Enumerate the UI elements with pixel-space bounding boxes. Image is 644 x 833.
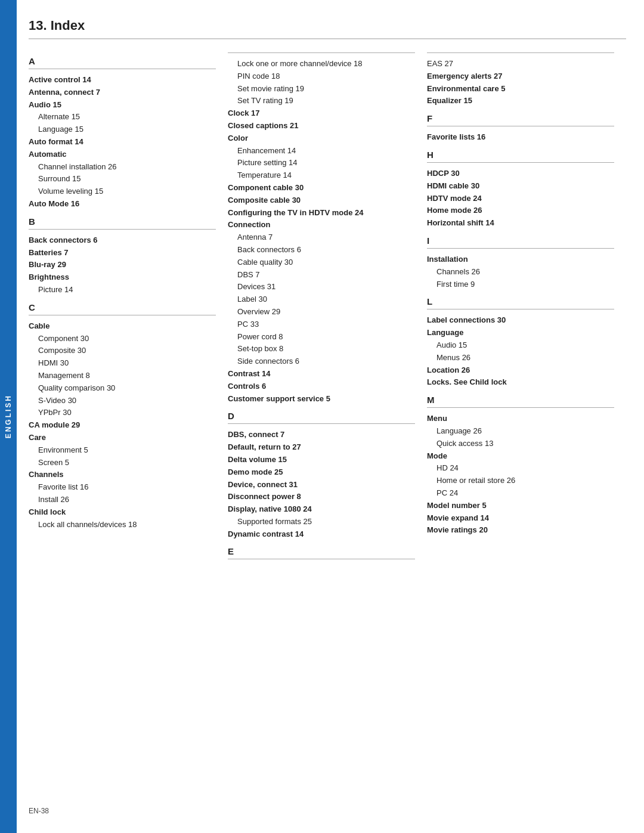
index-entry: Back connectors 6 bbox=[29, 234, 216, 247]
columns-wrapper: AActive control 14Antenna, connect 7Audi… bbox=[29, 44, 626, 795]
index-entry: Active control 14 bbox=[29, 74, 216, 86]
index-entry: Install 26 bbox=[29, 494, 216, 506]
index-entry: Set movie rating 19 bbox=[228, 83, 415, 95]
section-divider bbox=[427, 52, 614, 53]
index-entry: Display, native 1080 24 bbox=[228, 503, 415, 516]
index-entry: YPbPr 30 bbox=[29, 407, 216, 419]
index-entry: Cable bbox=[29, 320, 216, 333]
index-entry: HDCP 30 bbox=[427, 168, 614, 180]
index-entry: Language bbox=[427, 327, 614, 339]
index-entry: Customer support service 5 bbox=[228, 393, 415, 405]
index-entry: Composite cable 30 bbox=[228, 194, 415, 207]
section-divider bbox=[427, 162, 614, 163]
index-entry: Color bbox=[228, 132, 415, 145]
index-entry: PC 33 bbox=[228, 318, 415, 331]
index-entry: Home or retail store 26 bbox=[427, 475, 614, 487]
index-entry: Volume leveling 15 bbox=[29, 185, 216, 198]
index-entry: Menu bbox=[427, 413, 614, 425]
index-entry: Back connectors 6 bbox=[228, 244, 415, 256]
index-entry: Menus 26 bbox=[427, 352, 614, 364]
index-entry: HDTV mode 24 bbox=[427, 193, 614, 205]
index-entry: Picture setting 14 bbox=[228, 157, 415, 169]
index-entry: Channels 26 bbox=[427, 266, 614, 278]
index-entry: Automatic bbox=[29, 148, 216, 161]
index-entry: Supported formats 25 bbox=[228, 516, 415, 528]
section-divider bbox=[228, 559, 415, 559]
index-entry: Disconnect power 8 bbox=[228, 491, 415, 503]
index-entry: Contrast 14 bbox=[228, 368, 415, 380]
index-entry: Configuring the TV in HDTV mode 24 bbox=[228, 207, 415, 219]
index-entry: Lock all channels/devices 18 bbox=[29, 519, 216, 531]
index-entry: Component cable 30 bbox=[228, 182, 415, 194]
section-letter: D bbox=[228, 411, 415, 421]
section-divider bbox=[228, 423, 415, 424]
page-container: ENGLISH 13. Index AActive control 14Ante… bbox=[0, 0, 644, 833]
index-entry: HD 24 bbox=[427, 462, 614, 475]
index-entry: CA module 29 bbox=[29, 419, 216, 432]
col2: Lock one or more channel/device 18PIN co… bbox=[228, 44, 427, 795]
index-entry: Installation bbox=[427, 253, 614, 266]
index-entry: Controls 6 bbox=[228, 380, 415, 393]
section-divider bbox=[427, 248, 614, 249]
index-entry: Label connections 30 bbox=[427, 314, 614, 327]
index-entry: Favorite lists 16 bbox=[427, 131, 614, 144]
index-entry: Movie ratings 20 bbox=[427, 524, 614, 537]
index-entry: Mode bbox=[427, 450, 614, 463]
index-entry: Emergency alerts 27 bbox=[427, 70, 614, 83]
index-entry: Dynamic contrast 14 bbox=[228, 528, 415, 541]
col1: AActive control 14Antenna, connect 7Audi… bbox=[29, 44, 228, 795]
index-entry: Audio 15 bbox=[427, 339, 614, 352]
index-entry: Auto format 14 bbox=[29, 136, 216, 148]
section-divider bbox=[427, 309, 614, 309]
section-divider bbox=[427, 407, 614, 408]
col3: EAS 27Emergency alerts 27Environmental c… bbox=[427, 44, 626, 795]
index-entry: Home mode 26 bbox=[427, 205, 614, 217]
index-entry: Horizontal shift 14 bbox=[427, 217, 614, 230]
index-entry: Delta volume 15 bbox=[228, 454, 415, 466]
index-entry: Demo mode 25 bbox=[228, 466, 415, 479]
index-entry: Equalizer 15 bbox=[427, 95, 614, 107]
index-entry: Screen 5 bbox=[29, 457, 216, 469]
index-entry: Temperature 14 bbox=[228, 169, 415, 182]
index-entry: Surround 15 bbox=[29, 173, 216, 185]
side-tab: ENGLISH bbox=[0, 0, 17, 833]
index-entry: Component 30 bbox=[29, 333, 216, 345]
index-entry: PIN code 18 bbox=[228, 70, 415, 83]
page-footer: EN-38 bbox=[29, 807, 626, 815]
index-entry: HDMI cable 30 bbox=[427, 180, 614, 193]
index-entry: Antenna, connect 7 bbox=[29, 86, 216, 99]
index-entry: Model number 5 bbox=[427, 500, 614, 512]
index-entry: Cable quality 30 bbox=[228, 256, 415, 269]
index-entry: Closed captions 21 bbox=[228, 120, 415, 132]
section-letter: I bbox=[427, 236, 614, 246]
section-letter: C bbox=[29, 302, 216, 312]
index-entry: Composite 30 bbox=[29, 345, 216, 357]
index-entry: DBS 7 bbox=[228, 269, 415, 281]
index-entry: Label 30 bbox=[228, 293, 415, 306]
index-entry: Side connectors 6 bbox=[228, 355, 415, 368]
section-letter: E bbox=[228, 546, 415, 556]
index-entry: Device, connect 31 bbox=[228, 479, 415, 491]
index-entry: Auto Mode 16 bbox=[29, 198, 216, 210]
index-entry: Set TV rating 19 bbox=[228, 95, 415, 107]
index-entry: Movie expand 14 bbox=[427, 512, 614, 525]
index-entry: PC 24 bbox=[427, 487, 614, 500]
index-entry: S-Video 30 bbox=[29, 395, 216, 407]
section-divider bbox=[228, 52, 415, 53]
index-entry: Favorite list 16 bbox=[29, 481, 216, 494]
index-entry: Default, return to 27 bbox=[228, 441, 415, 454]
index-entry: Picture 14 bbox=[29, 284, 216, 296]
section-letter: H bbox=[427, 150, 614, 160]
index-entry: Environment 5 bbox=[29, 444, 216, 457]
section-divider bbox=[29, 69, 216, 69]
index-entry: Set-top box 8 bbox=[228, 343, 415, 355]
index-entry: Alternate 15 bbox=[29, 111, 216, 123]
index-entry: First time 9 bbox=[427, 278, 614, 291]
index-entry: Blu-ray 29 bbox=[29, 259, 216, 271]
index-entry: Audio 15 bbox=[29, 99, 216, 112]
index-entry: EAS 27 bbox=[427, 58, 614, 70]
section-letter: B bbox=[29, 216, 216, 227]
index-entry: Channels bbox=[29, 469, 216, 481]
section-letter: A bbox=[29, 56, 216, 66]
index-entry: Overview 29 bbox=[228, 306, 415, 318]
